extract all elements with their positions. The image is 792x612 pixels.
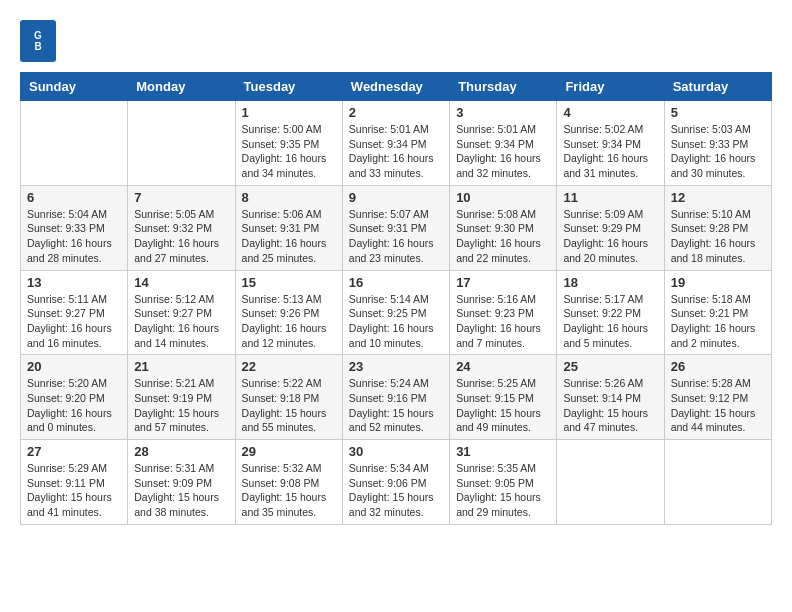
- day-cell-1-6: 12Sunrise: 5:10 AMSunset: 9:28 PMDayligh…: [664, 185, 771, 270]
- day-info: Sunrise: 5:24 AMSunset: 9:16 PMDaylight:…: [349, 376, 443, 435]
- header-wednesday: Wednesday: [342, 73, 449, 101]
- day-info: Sunrise: 5:07 AMSunset: 9:31 PMDaylight:…: [349, 207, 443, 266]
- day-cell-2-5: 18Sunrise: 5:17 AMSunset: 9:22 PMDayligh…: [557, 270, 664, 355]
- day-cell-4-2: 29Sunrise: 5:32 AMSunset: 9:08 PMDayligh…: [235, 440, 342, 525]
- logo: GB: [20, 20, 62, 62]
- day-cell-0-0: [21, 101, 128, 186]
- header-monday: Monday: [128, 73, 235, 101]
- day-info: Sunrise: 5:28 AMSunset: 9:12 PMDaylight:…: [671, 376, 765, 435]
- day-info: Sunrise: 5:01 AMSunset: 9:34 PMDaylight:…: [456, 122, 550, 181]
- day-info: Sunrise: 5:10 AMSunset: 9:28 PMDaylight:…: [671, 207, 765, 266]
- day-number: 16: [349, 275, 443, 290]
- day-info: Sunrise: 5:00 AMSunset: 9:35 PMDaylight:…: [242, 122, 336, 181]
- day-cell-0-2: 1Sunrise: 5:00 AMSunset: 9:35 PMDaylight…: [235, 101, 342, 186]
- day-cell-3-0: 20Sunrise: 5:20 AMSunset: 9:20 PMDayligh…: [21, 355, 128, 440]
- day-info: Sunrise: 5:03 AMSunset: 9:33 PMDaylight:…: [671, 122, 765, 181]
- week-row-3: 13Sunrise: 5:11 AMSunset: 9:27 PMDayligh…: [21, 270, 772, 355]
- weekday-header-row: Sunday Monday Tuesday Wednesday Thursday…: [21, 73, 772, 101]
- day-info: Sunrise: 5:31 AMSunset: 9:09 PMDaylight:…: [134, 461, 228, 520]
- day-info: Sunrise: 5:08 AMSunset: 9:30 PMDaylight:…: [456, 207, 550, 266]
- day-cell-2-3: 16Sunrise: 5:14 AMSunset: 9:25 PMDayligh…: [342, 270, 449, 355]
- day-number: 28: [134, 444, 228, 459]
- day-number: 9: [349, 190, 443, 205]
- day-cell-0-3: 2Sunrise: 5:01 AMSunset: 9:34 PMDaylight…: [342, 101, 449, 186]
- day-cell-3-4: 24Sunrise: 5:25 AMSunset: 9:15 PMDayligh…: [450, 355, 557, 440]
- day-cell-3-1: 21Sunrise: 5:21 AMSunset: 9:19 PMDayligh…: [128, 355, 235, 440]
- day-cell-3-5: 25Sunrise: 5:26 AMSunset: 9:14 PMDayligh…: [557, 355, 664, 440]
- week-row-2: 6Sunrise: 5:04 AMSunset: 9:33 PMDaylight…: [21, 185, 772, 270]
- week-row-4: 20Sunrise: 5:20 AMSunset: 9:20 PMDayligh…: [21, 355, 772, 440]
- day-cell-0-4: 3Sunrise: 5:01 AMSunset: 9:34 PMDaylight…: [450, 101, 557, 186]
- day-cell-1-5: 11Sunrise: 5:09 AMSunset: 9:29 PMDayligh…: [557, 185, 664, 270]
- day-info: Sunrise: 5:22 AMSunset: 9:18 PMDaylight:…: [242, 376, 336, 435]
- day-number: 26: [671, 359, 765, 374]
- day-number: 31: [456, 444, 550, 459]
- day-info: Sunrise: 5:32 AMSunset: 9:08 PMDaylight:…: [242, 461, 336, 520]
- day-number: 27: [27, 444, 121, 459]
- day-info: Sunrise: 5:09 AMSunset: 9:29 PMDaylight:…: [563, 207, 657, 266]
- day-cell-3-2: 22Sunrise: 5:22 AMSunset: 9:18 PMDayligh…: [235, 355, 342, 440]
- day-info: Sunrise: 5:14 AMSunset: 9:25 PMDaylight:…: [349, 292, 443, 351]
- day-number: 20: [27, 359, 121, 374]
- day-cell-1-0: 6Sunrise: 5:04 AMSunset: 9:33 PMDaylight…: [21, 185, 128, 270]
- day-info: Sunrise: 5:35 AMSunset: 9:05 PMDaylight:…: [456, 461, 550, 520]
- day-cell-4-3: 30Sunrise: 5:34 AMSunset: 9:06 PMDayligh…: [342, 440, 449, 525]
- day-cell-0-6: 5Sunrise: 5:03 AMSunset: 9:33 PMDaylight…: [664, 101, 771, 186]
- week-row-1: 1Sunrise: 5:00 AMSunset: 9:35 PMDaylight…: [21, 101, 772, 186]
- header-thursday: Thursday: [450, 73, 557, 101]
- day-number: 3: [456, 105, 550, 120]
- day-cell-1-1: 7Sunrise: 5:05 AMSunset: 9:32 PMDaylight…: [128, 185, 235, 270]
- day-cell-4-1: 28Sunrise: 5:31 AMSunset: 9:09 PMDayligh…: [128, 440, 235, 525]
- day-number: 23: [349, 359, 443, 374]
- day-number: 22: [242, 359, 336, 374]
- day-number: 18: [563, 275, 657, 290]
- day-number: 25: [563, 359, 657, 374]
- day-info: Sunrise: 5:12 AMSunset: 9:27 PMDaylight:…: [134, 292, 228, 351]
- day-cell-4-5: [557, 440, 664, 525]
- day-cell-4-4: 31Sunrise: 5:35 AMSunset: 9:05 PMDayligh…: [450, 440, 557, 525]
- day-number: 19: [671, 275, 765, 290]
- day-info: Sunrise: 5:25 AMSunset: 9:15 PMDaylight:…: [456, 376, 550, 435]
- day-cell-2-0: 13Sunrise: 5:11 AMSunset: 9:27 PMDayligh…: [21, 270, 128, 355]
- day-info: Sunrise: 5:18 AMSunset: 9:21 PMDaylight:…: [671, 292, 765, 351]
- day-number: 1: [242, 105, 336, 120]
- day-info: Sunrise: 5:26 AMSunset: 9:14 PMDaylight:…: [563, 376, 657, 435]
- day-number: 21: [134, 359, 228, 374]
- header-tuesday: Tuesday: [235, 73, 342, 101]
- day-number: 30: [349, 444, 443, 459]
- day-number: 14: [134, 275, 228, 290]
- day-info: Sunrise: 5:34 AMSunset: 9:06 PMDaylight:…: [349, 461, 443, 520]
- day-info: Sunrise: 5:20 AMSunset: 9:20 PMDaylight:…: [27, 376, 121, 435]
- day-number: 10: [456, 190, 550, 205]
- day-cell-2-6: 19Sunrise: 5:18 AMSunset: 9:21 PMDayligh…: [664, 270, 771, 355]
- day-number: 6: [27, 190, 121, 205]
- day-info: Sunrise: 5:17 AMSunset: 9:22 PMDaylight:…: [563, 292, 657, 351]
- week-row-5: 27Sunrise: 5:29 AMSunset: 9:11 PMDayligh…: [21, 440, 772, 525]
- day-cell-0-1: [128, 101, 235, 186]
- day-number: 2: [349, 105, 443, 120]
- day-info: Sunrise: 5:29 AMSunset: 9:11 PMDaylight:…: [27, 461, 121, 520]
- day-cell-1-2: 8Sunrise: 5:06 AMSunset: 9:31 PMDaylight…: [235, 185, 342, 270]
- day-number: 17: [456, 275, 550, 290]
- day-info: Sunrise: 5:04 AMSunset: 9:33 PMDaylight:…: [27, 207, 121, 266]
- day-number: 12: [671, 190, 765, 205]
- day-cell-3-3: 23Sunrise: 5:24 AMSunset: 9:16 PMDayligh…: [342, 355, 449, 440]
- day-cell-4-6: [664, 440, 771, 525]
- day-info: Sunrise: 5:21 AMSunset: 9:19 PMDaylight:…: [134, 376, 228, 435]
- day-cell-2-4: 17Sunrise: 5:16 AMSunset: 9:23 PMDayligh…: [450, 270, 557, 355]
- day-number: 15: [242, 275, 336, 290]
- day-number: 13: [27, 275, 121, 290]
- day-info: Sunrise: 5:13 AMSunset: 9:26 PMDaylight:…: [242, 292, 336, 351]
- day-cell-1-3: 9Sunrise: 5:07 AMSunset: 9:31 PMDaylight…: [342, 185, 449, 270]
- day-cell-2-1: 14Sunrise: 5:12 AMSunset: 9:27 PMDayligh…: [128, 270, 235, 355]
- day-info: Sunrise: 5:02 AMSunset: 9:34 PMDaylight:…: [563, 122, 657, 181]
- day-cell-0-5: 4Sunrise: 5:02 AMSunset: 9:34 PMDaylight…: [557, 101, 664, 186]
- calendar-table: Sunday Monday Tuesday Wednesday Thursday…: [20, 72, 772, 525]
- day-info: Sunrise: 5:11 AMSunset: 9:27 PMDaylight:…: [27, 292, 121, 351]
- day-number: 29: [242, 444, 336, 459]
- day-number: 5: [671, 105, 765, 120]
- header-saturday: Saturday: [664, 73, 771, 101]
- day-cell-3-6: 26Sunrise: 5:28 AMSunset: 9:12 PMDayligh…: [664, 355, 771, 440]
- day-number: 8: [242, 190, 336, 205]
- header-sunday: Sunday: [21, 73, 128, 101]
